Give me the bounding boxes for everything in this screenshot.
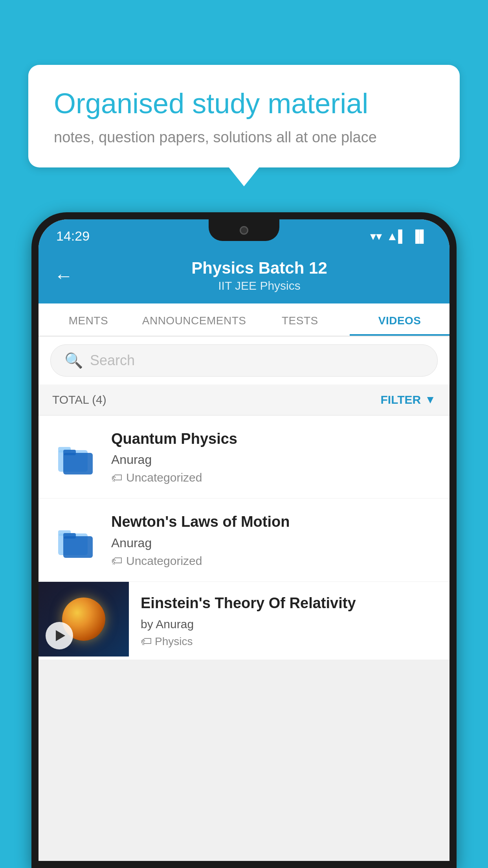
signal-icon: ▲▌ xyxy=(387,230,407,243)
back-button[interactable]: ← xyxy=(54,265,73,287)
front-camera xyxy=(240,226,248,235)
phone-notch xyxy=(209,219,279,241)
header-title-area: Physics Batch 12 IIT JEE Physics xyxy=(85,259,434,292)
bubble-subtitle: notes, question papers, solutions all at… xyxy=(54,129,434,146)
folder-icon xyxy=(52,517,99,564)
tag-icon: 🏷 xyxy=(111,554,122,567)
header-subtitle: IIT JEE Physics xyxy=(85,279,434,292)
folder-icon xyxy=(52,433,99,480)
search-container: 🔍 Search xyxy=(39,337,449,384)
filter-label: FILTER xyxy=(381,393,421,406)
phone-inner: 14:29 ▾▾ ▲▌ ▐▌ ← Physics Batch 12 IIT JE… xyxy=(39,219,449,861)
filter-button[interactable]: FILTER ▼ xyxy=(381,393,436,406)
speech-bubble: Organised study material notes, question… xyxy=(28,65,460,167)
tag-icon: 🏷 xyxy=(141,635,152,648)
video-info: Einstein's Theory Of Relativity by Anura… xyxy=(129,582,449,660)
video-info: Quantum Physics Anurag 🏷 Uncategorized xyxy=(111,429,436,484)
tab-ments[interactable]: MENTS xyxy=(39,303,138,336)
video-title: Newton's Laws of Motion xyxy=(111,512,436,531)
list-item[interactable]: Quantum Physics Anurag 🏷 Uncategorized xyxy=(39,416,449,498)
video-list: Quantum Physics Anurag 🏷 Uncategorized xyxy=(39,416,449,660)
tab-videos[interactable]: VIDEOS xyxy=(350,303,449,336)
list-item[interactable]: Newton's Laws of Motion Anurag 🏷 Uncateg… xyxy=(39,498,449,581)
video-author: Anurag xyxy=(111,452,436,467)
tag-label: Uncategorized xyxy=(126,554,202,568)
app-header: ← Physics Batch 12 IIT JEE Physics xyxy=(39,249,449,303)
list-item[interactable]: Einstein's Theory Of Relativity by Anura… xyxy=(39,582,449,660)
tag-label: Physics xyxy=(155,635,193,648)
tab-announcements[interactable]: ANNOUNCEMENTS xyxy=(138,303,250,336)
video-tag: 🏷 Physics xyxy=(141,635,438,648)
svg-rect-7 xyxy=(63,533,76,539)
tag-label: Uncategorized xyxy=(126,471,202,484)
play-button[interactable] xyxy=(46,622,73,649)
search-bar[interactable]: 🔍 Search xyxy=(50,344,438,377)
filter-bar: TOTAL (4) FILTER ▼ xyxy=(39,384,449,416)
tag-icon: 🏷 xyxy=(111,471,122,484)
tab-tests[interactable]: TESTS xyxy=(250,303,350,336)
status-icons: ▾▾ ▲▌ ▐▌ xyxy=(370,229,428,243)
search-placeholder: Search xyxy=(90,352,135,369)
svg-rect-3 xyxy=(63,450,76,455)
video-author: by Anurag xyxy=(141,618,438,631)
status-time: 14:29 xyxy=(56,228,90,244)
svg-rect-2 xyxy=(63,453,93,474)
tab-bar: MENTS ANNOUNCEMENTS TESTS VIDEOS xyxy=(39,303,449,337)
svg-rect-6 xyxy=(63,536,93,558)
video-tag: 🏷 Uncategorized xyxy=(111,554,436,568)
video-info: Newton's Laws of Motion Anurag 🏷 Uncateg… xyxy=(111,512,436,567)
header-title: Physics Batch 12 xyxy=(85,259,434,278)
video-author: Anurag xyxy=(111,536,436,550)
search-icon: 🔍 xyxy=(64,352,83,369)
bubble-title: Organised study material xyxy=(54,86,434,120)
video-thumbnail xyxy=(39,582,129,657)
filter-icon: ▼ xyxy=(425,394,436,406)
video-tag: 🏷 Uncategorized xyxy=(111,471,436,484)
phone-frame: 14:29 ▾▾ ▲▌ ▐▌ ← Physics Batch 12 IIT JE… xyxy=(31,212,457,868)
play-icon xyxy=(56,630,65,641)
wifi-icon: ▾▾ xyxy=(370,229,382,243)
battery-icon: ▐▌ xyxy=(411,230,428,243)
video-title: Quantum Physics xyxy=(111,429,436,449)
video-title: Einstein's Theory Of Relativity xyxy=(141,594,438,613)
total-count: TOTAL (4) xyxy=(52,393,106,406)
